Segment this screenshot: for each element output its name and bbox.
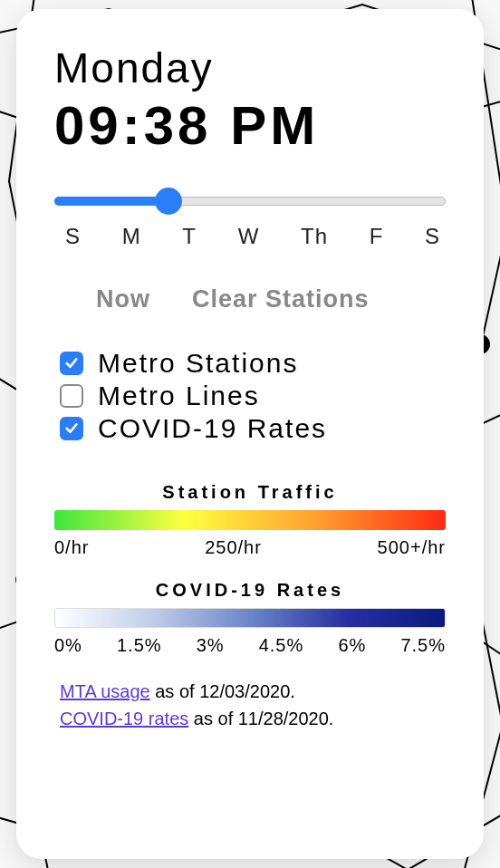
day-tick: M xyxy=(122,224,141,249)
tick: 4.5% xyxy=(259,635,304,656)
day-tick: S xyxy=(65,224,81,249)
action-row: Now Clear Stations xyxy=(54,285,446,313)
day-label: Monday xyxy=(54,43,446,92)
toggle-label: COVID-19 Rates xyxy=(98,413,327,444)
time-slider[interactable] xyxy=(54,184,446,217)
tick: 250/hr xyxy=(205,537,262,558)
tick: 7.5% xyxy=(400,635,446,656)
checkbox-icon[interactable] xyxy=(60,417,83,440)
mta-usage-link[interactable]: MTA usage xyxy=(60,681,150,701)
traffic-gradient xyxy=(54,510,446,530)
slider-fill xyxy=(54,197,168,206)
tick: 1.5% xyxy=(117,635,162,656)
slider-thumb[interactable] xyxy=(155,188,182,215)
legend-ticks: 0/hr 250/hr 500+/hr xyxy=(54,537,446,558)
control-panel: Monday 09:38 PM S M T W Th F S Now Clear… xyxy=(16,9,484,859)
covid-gradient xyxy=(54,608,446,628)
day-tick: W xyxy=(238,224,260,249)
toggle-metro-stations[interactable]: Metro Stations xyxy=(60,348,446,379)
now-button[interactable]: Now xyxy=(96,285,150,313)
toggle-covid-rates[interactable]: COVID-19 Rates xyxy=(60,413,446,444)
tick: 3% xyxy=(197,635,225,656)
data-sources: MTA usage as of 12/03/2020. COVID-19 rat… xyxy=(54,678,446,732)
tick: 0/hr xyxy=(54,537,89,558)
day-tick: F xyxy=(370,224,384,249)
checkbox-icon[interactable] xyxy=(60,352,83,375)
tick: 500+/hr xyxy=(378,537,446,558)
time-label: 09:38 PM xyxy=(54,94,446,157)
toggle-label: Metro Stations xyxy=(98,348,298,379)
day-axis: S M T W Th F S xyxy=(54,224,446,249)
legend-traffic: Station Traffic 0/hr 250/hr 500+/hr xyxy=(54,482,446,558)
day-tick: Th xyxy=(301,224,328,249)
clear-stations-button[interactable]: Clear Stations xyxy=(192,285,370,313)
mta-date: as of 12/03/2020. xyxy=(150,681,295,701)
day-tick: S xyxy=(425,224,440,249)
checkbox-icon[interactable] xyxy=(60,384,83,408)
toggle-metro-lines[interactable]: Metro Lines xyxy=(60,381,446,411)
tick: 0% xyxy=(54,635,82,656)
toggle-label: Metro Lines xyxy=(98,381,260,411)
covid-rates-link[interactable]: COVID-19 rates xyxy=(60,709,188,728)
tick: 6% xyxy=(338,635,366,656)
legend-title: Station Traffic xyxy=(54,482,446,503)
layer-toggles: Metro Stations Metro Lines COVID-19 Rate… xyxy=(54,348,446,446)
covid-date: as of 11/28/2020. xyxy=(188,709,333,728)
legend-covid: COVID-19 Rates 0% 1.5% 3% 4.5% 6% 7.5% xyxy=(54,580,446,656)
legend-title: COVID-19 Rates xyxy=(54,580,446,601)
legend-ticks: 0% 1.5% 3% 4.5% 6% 7.5% xyxy=(54,635,446,656)
day-tick: T xyxy=(182,224,197,249)
